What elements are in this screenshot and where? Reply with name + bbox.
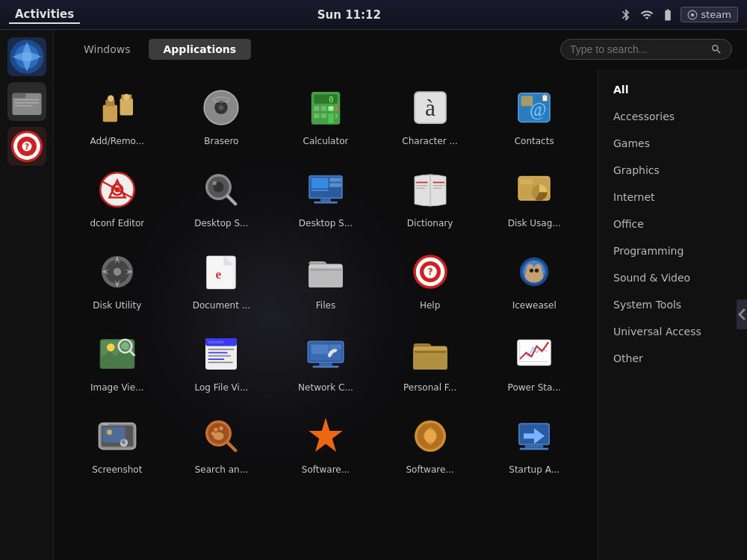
svg-rect-109 [311,345,329,354]
activities-button[interactable]: Activities [9,6,80,24]
app-software-pkg[interactable]: Software... [382,405,479,479]
app-character[interactable]: à Character ... [382,76,479,151]
nav-tabs: Windows Applications [69,39,251,60]
app-network[interactable]: Network C... [277,323,374,397]
app-label-brasero: Brasero [204,136,238,146]
category-other[interactable]: Other [598,345,747,372]
app-icon-desktop-search [197,166,245,214]
category-internet[interactable]: Internet [598,184,747,211]
svg-rect-54 [311,178,329,188]
svg-point-90 [530,269,533,273]
app-dconf[interactable]: dconf Editor [69,158,166,233]
tab-applications[interactable]: Applications [149,39,252,60]
app-files[interactable]: Files [277,240,374,315]
svg-rect-25 [314,95,338,104]
search-input[interactable] [570,43,706,55]
svg-rect-64 [433,182,444,184]
app-label-document: Document ... [193,300,250,311]
category-sound-video[interactable]: Sound & Video [598,264,747,291]
svg-rect-56 [329,178,341,181]
app-startup[interactable]: Startup A... [486,405,583,479]
app-label-software-star: Software... [302,464,350,475]
app-icon-disk-utility [93,248,141,296]
svg-rect-104 [208,358,225,360]
svg-rect-105 [208,362,233,364]
app-iceweasel[interactable]: Iceweasel [486,240,583,315]
app-label-files: Files [316,300,335,311]
svg-rect-63 [415,187,424,188]
clock: Sun 11:12 [317,8,381,22]
sidebar-app-files[interactable] [7,82,46,121]
tab-windows[interactable]: Windows [69,39,146,60]
scroll-arrow[interactable] [737,299,747,329]
app-desktop-settings[interactable]: Desktop S... [277,158,374,233]
sidebar-app-browser[interactable] [7,37,46,76]
app-icon-personal-files [406,330,454,378]
svg-rect-110 [329,345,341,349]
svg-rect-55 [311,190,329,191]
svg-rect-62 [415,185,427,186]
app-icon-software-pkg [406,412,454,460]
app-log-viewer[interactable]: Log File Vi... [173,323,270,397]
app-label-desktop-settings: Desktop S... [299,218,353,228]
svg-rect-103 [208,355,232,357]
app-label-startup: Startup A... [509,464,560,475]
app-label-help: Help [420,300,440,311]
svg-rect-41 [521,96,533,106]
app-desktop-search[interactable]: Desktop S... [173,158,270,233]
app-personal-files[interactable]: Personal F... [382,323,479,397]
app-icon-startup [510,412,558,460]
app-brasero[interactable]: Brasero [173,76,270,151]
app-screenshot[interactable]: Screenshot [69,405,166,479]
bluetooth-icon[interactable] [618,7,634,23]
app-icon-contacts: @ 📋 [510,84,558,131]
app-icon-document: e [197,248,245,296]
app-disk-usage[interactable]: Disk Usag... [486,158,583,233]
category-games[interactable]: Games [598,130,747,157]
category-office[interactable]: Office [598,211,747,237]
app-area: Add/Remo... Brasero [54,69,747,560]
category-programming[interactable]: Programming [598,237,747,264]
app-grid-container[interactable]: Add/Remo... Brasero [54,69,598,560]
app-document[interactable]: e Document ... [173,240,270,315]
app-add-remove[interactable]: Add/Remo... [69,76,166,151]
app-calculator[interactable]: 0 Calculator [277,76,374,151]
app-icon-help: ? [406,248,454,296]
svg-rect-28 [321,106,326,111]
sidebar-app-help[interactable]: ? [7,127,46,166]
app-help[interactable]: ? Help [382,240,479,315]
app-label-image-viewer: Image Vie... [90,382,144,393]
svg-point-132 [214,432,224,441]
svg-point-91 [535,269,539,273]
app-disk-utility[interactable]: Disk Utility [69,240,166,315]
svg-rect-31 [321,113,326,118]
battery-icon[interactable] [660,7,676,23]
svg-rect-124 [103,427,125,443]
category-universal-access[interactable]: Universal Access [598,318,747,345]
app-icon-brasero [197,84,245,131]
svg-marker-133 [309,418,343,452]
category-all[interactable]: All [598,76,747,103]
network-icon[interactable] [639,7,655,23]
steam-button[interactable]: steam [681,7,738,22]
app-icon-desktop-settings [302,166,350,214]
app-search[interactable]: Search an... [173,405,270,479]
app-image-viewer[interactable]: Image Vie... [69,323,166,397]
svg-rect-65 [433,185,444,186]
app-software-star[interactable]: Software... [277,405,374,479]
svg-rect-102 [208,352,228,353]
svg-rect-57 [329,183,341,187]
app-icon-network [302,330,350,378]
app-icon-software-star [302,412,350,460]
category-accessories[interactable]: Accessories [598,103,747,130]
app-dictionary[interactable]: Dictionary [382,158,479,233]
category-graphics[interactable]: Graphics [598,157,747,184]
svg-marker-142 [738,308,746,320]
svg-rect-79 [310,270,341,271]
app-icon-calculator: 0 [302,84,350,131]
app-label-calculator: Calculator [303,136,349,146]
category-system-tools[interactable]: System Tools [598,291,747,318]
app-power-stats[interactable]: Power Sta... [486,323,583,397]
app-contacts[interactable]: @ 📋 Contacts [486,76,583,151]
svg-rect-115 [415,352,446,353]
